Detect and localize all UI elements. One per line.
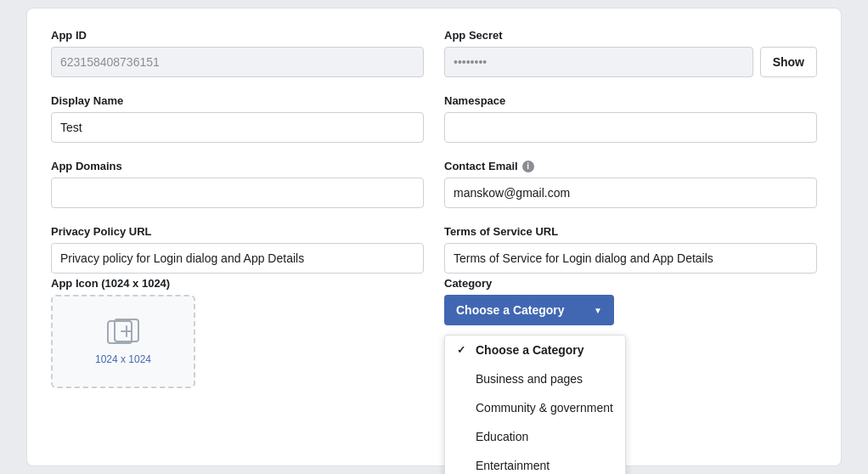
app-domains-label: App Domains (51, 160, 424, 172)
display-name-label: Display Name (51, 94, 424, 107)
namespace-label: Namespace (444, 94, 817, 107)
display-name-group: Display Name (51, 94, 424, 143)
app-secret-group: App Secret Show (444, 29, 817, 77)
app-domains-input[interactable] (51, 178, 424, 208)
contact-email-group: Contact Email i (444, 160, 817, 208)
contact-email-info-icon: i (522, 161, 534, 172)
app-icon-area: App Icon (1024 x 1024) 1024 x 1024 (51, 277, 424, 445)
app-secret-input[interactable] (444, 47, 753, 77)
privacy-policy-input[interactable] (51, 243, 424, 274)
category-dropdown: ✓ Choose a Category Business and pages C… (444, 335, 626, 474)
app-id-input[interactable] (51, 47, 424, 77)
app-id-label: App ID (51, 29, 424, 42)
contact-email-label: Contact Email i (444, 160, 817, 172)
category-button-text: Choose a Category (456, 303, 565, 317)
dropdown-item-label: Business and pages (476, 372, 583, 386)
choose-category-button[interactable]: Choose a Category ▼ (444, 295, 614, 325)
image-plus-icon (106, 318, 140, 348)
namespace-group: Namespace (444, 94, 817, 143)
dropdown-item-education[interactable]: Education (445, 422, 625, 451)
category-section: Category Choose a Category ▼ ✓ Choose a … (444, 277, 817, 445)
chevron-down-icon: ▼ (594, 306, 602, 315)
terms-of-service-group: Terms of Service URL (444, 225, 817, 274)
app-secret-label: App Secret (444, 29, 817, 42)
app-id-group: App ID (51, 29, 424, 77)
bottom-row: App Icon (1024 x 1024) 1024 x 1024 Categ… (51, 277, 817, 445)
contact-email-input[interactable] (444, 178, 817, 208)
terms-of-service-input[interactable] (444, 243, 817, 274)
dropdown-item-label: Education (476, 430, 528, 443)
show-secret-button[interactable]: Show (760, 47, 817, 77)
dropdown-item-business[interactable]: Business and pages (445, 364, 625, 393)
privacy-policy-label: Privacy Policy URL (51, 225, 424, 238)
namespace-input[interactable] (444, 112, 817, 143)
app-icon-label: App Icon (1024 x 1024) (51, 277, 424, 290)
terms-of-service-label: Terms of Service URL (444, 225, 817, 238)
checkmark-icon: ✓ (457, 344, 469, 356)
form-grid: App ID App Secret Show Display Name Name… (51, 29, 817, 274)
category-label: Category (444, 277, 817, 290)
app-icon-upload[interactable]: 1024 x 1024 (51, 295, 195, 388)
dropdown-item-label: Choose a Category (476, 343, 584, 357)
app-secret-row: Show (444, 47, 817, 77)
dropdown-item-label: Entertainment (476, 459, 550, 472)
privacy-policy-group: Privacy Policy URL (51, 225, 424, 274)
icon-size-label: 1024 x 1024 (95, 353, 151, 365)
app-domains-group: App Domains (51, 160, 424, 208)
settings-card: App ID App Secret Show Display Name Name… (26, 8, 842, 466)
dropdown-item-choose[interactable]: ✓ Choose a Category (445, 336, 625, 364)
dropdown-item-community[interactable]: Community & government (445, 393, 625, 422)
dropdown-item-label: Community & government (476, 401, 613, 415)
display-name-input[interactable] (51, 112, 424, 143)
dropdown-item-entertainment[interactable]: Entertainment (445, 451, 625, 474)
